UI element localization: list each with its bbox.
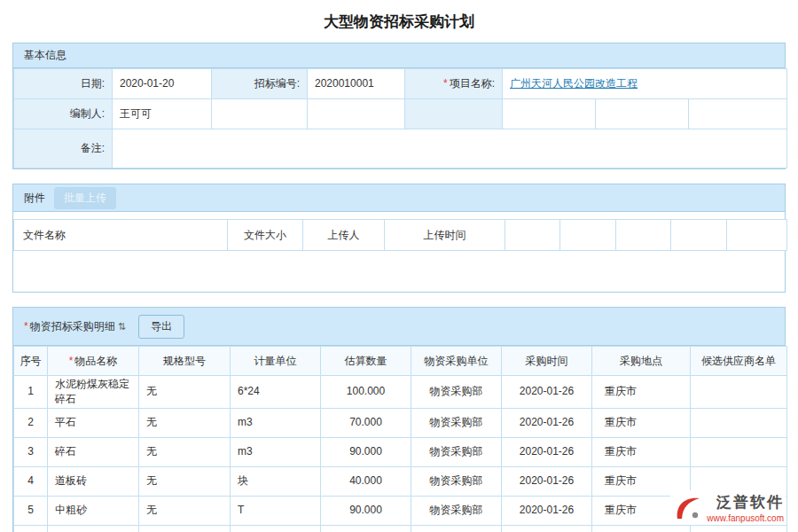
- cell-seq: 3: [14, 437, 48, 466]
- detail-section-title-text: 物资招标采购明细: [30, 320, 115, 332]
- cell-buyer: 物资采购部: [411, 525, 502, 532]
- remark-value-cell: [113, 129, 787, 168]
- empty-cell: [689, 99, 787, 129]
- cell-item-name: 砼管: [48, 525, 139, 532]
- cell-suppliers: [691, 408, 787, 437]
- col-place: 采购地点: [592, 347, 691, 376]
- table-row: 6 砼管 无 根 90.000 物资采购部 2020-01-26 重庆市: [14, 525, 787, 532]
- cell-unit: 根: [231, 525, 321, 532]
- author-label-cell: 编制人:: [14, 99, 113, 129]
- cell-item-name: 平石: [48, 408, 139, 437]
- detail-section: *物资招标采购明细 ⇅ 导出 序号 *物品名称 规格型号 计量单位 估算数量 物…: [12, 307, 786, 532]
- cell-qty: 70.000: [321, 408, 411, 437]
- cell-buyer: 物资采购部: [411, 496, 502, 525]
- vendor-name: 泛普软件: [716, 492, 784, 512]
- col-buyer: 物资采购单位: [411, 347, 502, 376]
- cell-unit: m3: [231, 437, 321, 466]
- cell-buyer: 物资采购部: [411, 376, 502, 409]
- basic-info-row-1: 日期: 2020-01-20 招标编号: 2020010001 *项目名称: 广…: [14, 69, 787, 99]
- export-button[interactable]: 导出: [138, 315, 184, 339]
- cell-spec: 无: [139, 525, 231, 532]
- table-row: 2 平石 无 m3 70.000 物资采购部 2020-01-26 重庆市: [14, 408, 787, 437]
- author-value-cell: 王可可: [113, 99, 212, 129]
- date-value-cell: 2020-01-20: [113, 69, 212, 99]
- cell-item-name: 水泥粉煤灰稳定碎石: [48, 376, 139, 409]
- cell-item-name: 道板砖: [48, 466, 139, 496]
- col-item-name-label: 物品名称: [74, 355, 117, 367]
- basic-info-row-3: 备注:: [14, 129, 787, 168]
- vendor-website: www.fanpusoft.com: [707, 513, 784, 523]
- attachments-table: 文件名称 文件大小 上传人 上传时间: [13, 219, 787, 251]
- date-label: 日期:: [81, 77, 105, 90]
- bid-number-label-cell: 招标编号:: [212, 69, 308, 99]
- project-name-link[interactable]: 广州天河人民公园改造工程: [510, 77, 638, 90]
- cell-seq: 5: [14, 496, 48, 525]
- attach-col-empty: [616, 220, 671, 251]
- empty-cell: [596, 99, 689, 129]
- cell-qty: 90.000: [321, 525, 411, 532]
- cell-qty: 40.000: [321, 466, 411, 496]
- remark-label: 备注:: [81, 142, 105, 154]
- basic-info-section-title: 基本信息: [24, 48, 66, 63]
- cell-buyer: 物资采购部: [411, 466, 502, 496]
- cell-buyer: 物资采购部: [411, 408, 502, 437]
- cell-item-name: 中粗砂: [48, 496, 139, 525]
- cell-buyer: 物资采购部: [411, 437, 502, 466]
- detail-section-title: *物资招标采购明细: [24, 319, 115, 334]
- cell-unit: 6*24: [231, 376, 321, 409]
- fanpu-logo-icon: [672, 495, 702, 521]
- col-seq: 序号: [14, 347, 48, 376]
- col-unit: 计量单位: [231, 347, 321, 376]
- table-row: 3 碎石 无 m3 90.000 物资采购部 2020-01-26 重庆市: [14, 437, 787, 466]
- cell-suppliers: [691, 376, 787, 409]
- cell-spec: 无: [139, 408, 231, 437]
- attachments-section-title: 附件: [24, 191, 45, 206]
- cell-suppliers: [691, 437, 787, 466]
- attach-col-uploader: 上传人: [303, 220, 385, 251]
- cell-date: 2020-01-26: [502, 376, 592, 409]
- cell-date: 2020-01-26: [502, 437, 592, 466]
- attachments-header-row: 文件名称 文件大小 上传人 上传时间: [14, 220, 787, 251]
- attach-col-empty: [727, 220, 787, 251]
- vendor-logo: 泛普软件 www.fanpusoft.com: [670, 490, 786, 525]
- attach-col-uploadtime: 上传时间: [385, 220, 505, 251]
- sort-toggle-icon[interactable]: ⇅: [118, 321, 126, 332]
- attachments-table-wrap: 文件名称 文件大小 上传人 上传时间: [13, 212, 785, 292]
- required-asterisk: *: [24, 320, 28, 332]
- date-value: 2020-01-20: [120, 77, 174, 90]
- cell-spec: 无: [139, 376, 231, 409]
- project-name-label: 项目名称:: [450, 77, 495, 90]
- cell-spec: 无: [139, 466, 231, 496]
- bid-number-value: 2020010001: [315, 77, 374, 90]
- cell-spec: 无: [139, 437, 231, 466]
- attachments-section-bar: 附件 批量上传: [13, 184, 785, 212]
- cell-seq: 1: [14, 376, 48, 409]
- table-row: 1 水泥粉煤灰稳定碎石 无 6*24 100.000 物资采购部 2020-01…: [14, 376, 787, 409]
- cell-date: 2020-01-26: [502, 496, 592, 525]
- attach-col-empty: [671, 220, 727, 251]
- attach-col-empty: [505, 220, 560, 251]
- basic-info-section-bar: 基本信息: [13, 43, 785, 68]
- required-asterisk: *: [69, 355, 74, 367]
- cell-suppliers: [691, 525, 787, 532]
- batch-upload-button[interactable]: 批量上传: [54, 187, 116, 209]
- cell-spec: 无: [139, 496, 231, 525]
- empty-label-cell: [405, 99, 503, 129]
- cell-unit: T: [231, 496, 321, 525]
- attachments-section: 附件 批量上传 文件名称 文件大小 上传人 上传时间: [12, 184, 786, 293]
- col-qty: 估算数量: [321, 347, 411, 376]
- cell-qty: 90.000: [321, 496, 411, 525]
- detail-section-bar: *物资招标采购明细 ⇅ 导出: [13, 308, 785, 346]
- cell-unit: 块: [231, 466, 321, 496]
- empty-cell: [212, 99, 308, 129]
- project-name-label-cell: *项目名称:: [405, 69, 503, 99]
- date-label-cell: 日期:: [14, 69, 113, 99]
- cell-seq: 4: [14, 466, 48, 496]
- col-suppliers: 候选供应商名单: [691, 347, 787, 376]
- basic-info-section: 基本信息 日期: 2020-01-20 招标编号: 2020010001 *项目…: [12, 43, 786, 169]
- cell-place: 重庆市: [592, 376, 691, 409]
- project-name-value-cell: 广州天河人民公园改造工程: [503, 69, 787, 99]
- basic-info-table: 日期: 2020-01-20 招标编号: 2020010001 *项目名称: 广…: [13, 68, 787, 168]
- cell-qty: 90.000: [321, 437, 411, 466]
- col-item-name: *物品名称: [48, 347, 139, 376]
